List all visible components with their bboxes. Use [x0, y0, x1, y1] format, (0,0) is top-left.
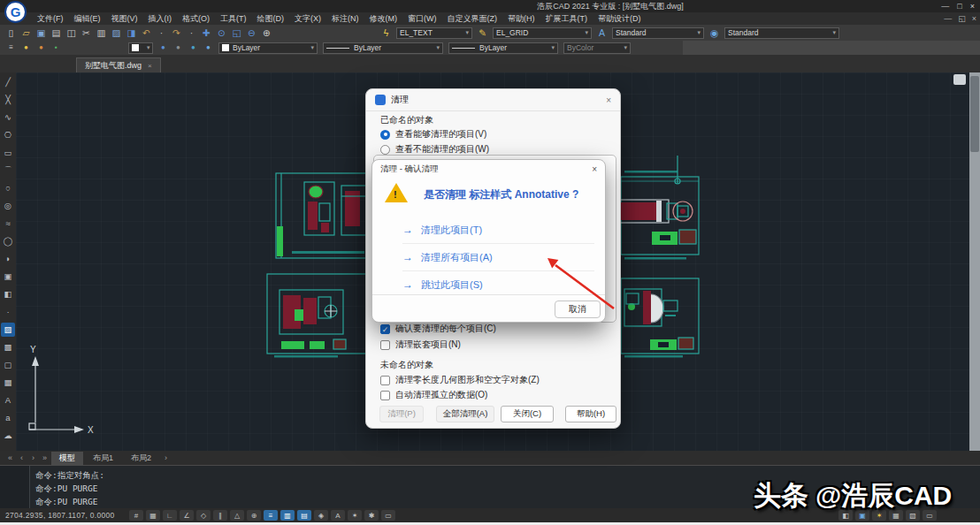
- save-icon[interactable]: ▣: [34, 26, 49, 40]
- ortho-toggle[interactable]: ∟: [163, 510, 177, 521]
- confirm-dialog-titlebar[interactable]: 清理 - 确认清理 ×: [372, 160, 605, 178]
- layer-freeze-icon[interactable]: ●: [34, 41, 49, 55]
- polar-toggle[interactable]: ∠: [180, 510, 194, 521]
- tab-layout2[interactable]: 布局2: [123, 452, 159, 465]
- grid-toggle[interactable]: ▦: [146, 510, 160, 521]
- color-control-icon[interactable]: ●: [156, 41, 171, 55]
- osnap-toggle[interactable]: ◇: [196, 510, 211, 521]
- gradient-icon[interactable]: ▩: [1, 340, 15, 354]
- region-icon[interactable]: ▢: [1, 358, 15, 372]
- last-tab-icon[interactable]: »: [40, 453, 50, 462]
- orphaned-data-checkbox[interactable]: ✓ 自动清理孤立的数据(O): [380, 389, 487, 401]
- tab-model[interactable]: 模型: [51, 452, 83, 465]
- redo-icon[interactable]: ↷: [169, 26, 184, 40]
- ellipse-arc-icon[interactable]: ◗: [1, 252, 15, 266]
- text-icon[interactable]: A: [1, 393, 15, 407]
- purge-button[interactable]: 清理(P): [379, 406, 424, 422]
- menu-item[interactable]: 编辑(E): [69, 12, 106, 25]
- canvas-corner-widget[interactable]: [953, 74, 966, 85]
- menu-item[interactable]: 绘图(D): [252, 12, 290, 25]
- purge-this-item-link[interactable]: → 清理此项目(T): [402, 217, 594, 243]
- document-tab[interactable]: 别墅电气图.dwg ×: [76, 57, 161, 72]
- prev-tab-icon[interactable]: ‹: [17, 453, 27, 462]
- annotation-toggle[interactable]: A: [331, 510, 345, 521]
- dim-style-icon[interactable]: ◉: [707, 26, 722, 40]
- tab-close-icon[interactable]: ×: [148, 62, 152, 70]
- copy-icon[interactable]: ▥: [94, 26, 109, 40]
- line-icon[interactable]: ╱: [1, 75, 15, 89]
- redo-dropdown-icon[interactable]: ·: [184, 26, 199, 40]
- plot-preview-icon[interactable]: ◫: [64, 26, 79, 40]
- polygon-icon[interactable]: ⎔: [1, 128, 15, 142]
- purge-all-items-link[interactable]: → 清理所有项目(A): [402, 243, 594, 270]
- zoom-realtime-icon[interactable]: ⊙: [214, 26, 229, 40]
- menu-restore-icon[interactable]: ◱: [958, 12, 966, 25]
- table-icon[interactable]: ▦: [1, 376, 15, 390]
- menu-item[interactable]: 帮助(H): [502, 12, 540, 25]
- dynamic-input-toggle[interactable]: ⊕: [247, 510, 261, 521]
- purge-all-button[interactable]: 全部清理(A): [436, 406, 494, 422]
- menu-item[interactable]: 窗口(W): [402, 12, 442, 25]
- menu-item[interactable]: 文字(X): [289, 12, 326, 25]
- ellipse-icon[interactable]: ◯: [1, 234, 15, 248]
- selection-cycling-toggle[interactable]: ◈: [314, 510, 328, 521]
- confirm-each-checkbox[interactable]: ✓ 确认要清理的每个项目(C): [380, 323, 496, 335]
- app-logo[interactable]: G: [4, 1, 27, 23]
- cancel-button[interactable]: 取消: [555, 301, 601, 318]
- open-file-icon[interactable]: ▱: [19, 26, 34, 40]
- match-properties-icon[interactable]: ◨: [124, 26, 139, 40]
- layer-on-icon[interactable]: ●: [19, 41, 34, 55]
- linetype-combo[interactable]: ByLayer▾: [323, 42, 443, 54]
- window-restore-button[interactable]: □: [957, 0, 961, 12]
- quick-properties-toggle[interactable]: ▤: [297, 510, 311, 521]
- menu-item[interactable]: 工具(T): [215, 12, 252, 25]
- menu-item[interactable]: 帮助设计(D): [593, 12, 647, 25]
- layer-manager-icon[interactable]: ≡: [4, 41, 19, 55]
- zoom-extents-icon[interactable]: ⊕: [259, 26, 274, 40]
- menu-minimize-icon[interactable]: —: [944, 12, 952, 25]
- color-combo[interactable]: ByLayer▾: [218, 42, 318, 54]
- more-tabs-icon[interactable]: ›: [161, 453, 171, 462]
- mtext-icon[interactable]: a: [1, 411, 15, 425]
- cut-icon[interactable]: ✂: [79, 26, 94, 40]
- spline-icon[interactable]: ≈: [1, 217, 15, 231]
- undo-icon[interactable]: ↶: [139, 26, 154, 40]
- first-tab-icon[interactable]: «: [5, 453, 15, 462]
- plotstyle-combo[interactable]: ByColor▾: [563, 42, 631, 54]
- circle-icon[interactable]: ○: [1, 181, 15, 195]
- transparency-toggle[interactable]: ▥: [280, 510, 295, 521]
- pan-icon[interactable]: ✚: [199, 26, 214, 40]
- workspace-toggle[interactable]: ✱: [364, 510, 379, 521]
- view-unpurgeable-radio[interactable]: 查看不能清理的项目(W): [380, 143, 489, 156]
- menu-item[interactable]: 视图(V): [106, 12, 143, 25]
- polyline-icon[interactable]: ∿: [1, 110, 15, 125]
- arc-icon[interactable]: ⌒: [1, 164, 15, 178]
- plotstyle-control-icon[interactable]: ●: [201, 41, 216, 55]
- help-button[interactable]: 帮助(H): [565, 406, 616, 422]
- point-icon[interactable]: ·: [1, 305, 15, 319]
- autoscale-toggle[interactable]: ✶: [348, 510, 362, 521]
- otrack-toggle[interactable]: ∥: [213, 510, 227, 521]
- clean-screen-toggle[interactable]: ▭: [381, 510, 395, 521]
- close-icon[interactable]: ×: [592, 164, 597, 174]
- make-layer-current-icon[interactable]: ϟ: [379, 26, 394, 40]
- lineweight-toggle[interactable]: ≡: [264, 510, 278, 521]
- dim-style-combo[interactable]: Standard▾: [724, 27, 839, 39]
- text-style-icon[interactable]: A: [594, 26, 609, 40]
- rectangle-icon[interactable]: ▭: [1, 146, 15, 160]
- menu-item[interactable]: 自定义界面(Z): [442, 12, 503, 25]
- purge-dialog-titlebar[interactable]: 清理 ×: [366, 89, 620, 111]
- plot-icon[interactable]: ▤: [49, 26, 64, 40]
- menu-item[interactable]: 格式(O): [177, 12, 215, 25]
- view-purgeable-radio[interactable]: 查看能够清理的项目(V): [380, 128, 486, 141]
- paste-icon[interactable]: ▨: [109, 26, 124, 40]
- menu-item[interactable]: 文件(F): [32, 12, 69, 25]
- lineweight-combo[interactable]: ByLayer▾: [448, 42, 558, 54]
- next-tab-icon[interactable]: ›: [28, 453, 38, 462]
- layer-combo[interactable]: EL_TEXT▾: [396, 27, 472, 39]
- menu-close-icon[interactable]: ×: [972, 12, 976, 25]
- layer-edit-icon[interactable]: ✎: [475, 26, 490, 40]
- close-icon[interactable]: ×: [606, 95, 611, 105]
- purge-nested-checkbox[interactable]: ✓ 清理嵌套项目(N): [380, 339, 461, 351]
- construction-line-icon[interactable]: ╳: [1, 93, 15, 107]
